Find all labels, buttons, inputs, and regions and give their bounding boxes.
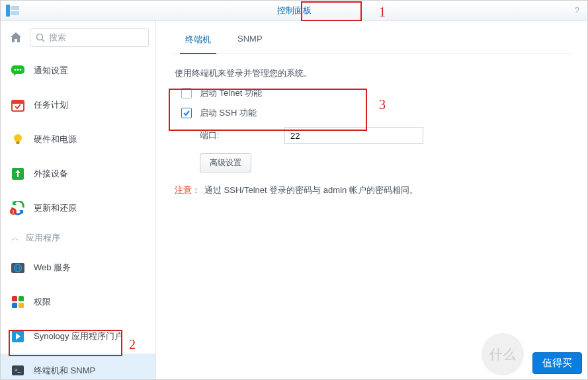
- sidebar-item-label: 更新和还原: [34, 202, 77, 214]
- svg-point-6: [15, 69, 17, 71]
- note: 注意：通过 SSH/Telnet 登录的密码与 admin 帐户的密码相同。: [175, 184, 569, 196]
- svg-point-11: [14, 134, 22, 142]
- svg-rect-22: [12, 303, 17, 308]
- ssh-checkbox[interactable]: [181, 108, 192, 118]
- sidebar-item-notifications[interactable]: 通知设置: [1, 54, 155, 88]
- telnet-checkbox[interactable]: [181, 88, 192, 98]
- sidebar-item-label: Web 服务: [34, 262, 71, 274]
- telnet-label: 启动 Telnet 功能: [200, 87, 262, 99]
- sidebar-item-label: 通知设置: [34, 65, 68, 77]
- portal-icon: [10, 328, 26, 344]
- sidebar-item-terminal[interactable]: >_ 终端机和 SNMP: [1, 354, 155, 380]
- calendar-icon: [10, 97, 26, 113]
- titlebar: 控制面板 ?: [1, 1, 587, 20]
- svg-rect-1: [11, 6, 19, 10]
- sidebar-item-privilege[interactable]: 权限: [1, 285, 155, 319]
- sidebar-item-label: 外接设备: [34, 168, 68, 180]
- note-text: 通过 SSH/Telnet 登录的密码与 admin 帐户的密码相同。: [204, 185, 418, 195]
- ssh-label: 启动 SSH 功能: [200, 107, 257, 119]
- svg-rect-23: [19, 303, 24, 308]
- sidebar-item-label: 硬件和电源: [34, 133, 77, 145]
- sidebar-item-label: 任务计划: [34, 99, 68, 111]
- ssh-row: 启动 SSH 功能: [181, 107, 569, 119]
- tabs: 终端机 SNMP: [172, 27, 571, 54]
- note-label: 注意：: [175, 185, 200, 195]
- sidebar-item-tasks[interactable]: 任务计划: [1, 88, 155, 122]
- tab-terminal[interactable]: 终端机: [172, 27, 224, 54]
- chat-icon: [10, 63, 26, 79]
- svg-rect-21: [19, 296, 24, 301]
- grid-icon: [10, 294, 26, 310]
- window-title: 控制面板: [257, 3, 331, 18]
- tab-snmp[interactable]: SNMP: [224, 27, 276, 54]
- advanced-button[interactable]: 高级设置: [200, 153, 251, 172]
- watermark-badge: 什么: [482, 333, 524, 375]
- svg-text:1: 1: [12, 209, 15, 215]
- body: 搜索 通知设置 任务计划 硬件和电源 外接设备 1 更新和还原 ︿ 应用程序: [1, 20, 587, 379]
- search-placeholder: 搜索: [49, 32, 66, 44]
- port-input[interactable]: [284, 127, 423, 144]
- svg-rect-10: [12, 100, 24, 104]
- svg-point-7: [17, 69, 19, 71]
- svg-rect-0: [6, 5, 10, 17]
- sidebar-item-web[interactable]: Web 服务: [1, 250, 155, 285]
- help-icon[interactable]: ?: [575, 5, 579, 15]
- svg-point-3: [37, 34, 43, 40]
- refresh-icon: 1: [10, 200, 26, 216]
- sidebar-item-update[interactable]: 1 更新和还原: [1, 191, 155, 225]
- home-icon[interactable]: [7, 30, 24, 46]
- sidebar-section-label: 应用程序: [26, 232, 60, 244]
- sidebar-item-label: 终端机和 SNMP: [34, 365, 95, 377]
- svg-point-8: [20, 69, 22, 71]
- chevron-up-icon: ︿: [11, 233, 19, 244]
- panel: 使用终端机来登录并管理您的系统。 启动 Telnet 功能 启动 SSH 功能 …: [172, 54, 571, 196]
- svg-line-4: [42, 40, 45, 42]
- svg-rect-12: [17, 141, 20, 144]
- upload-icon: [10, 166, 26, 182]
- search-input[interactable]: 搜索: [30, 28, 149, 47]
- content-area: 终端机 SNMP 使用终端机来登录并管理您的系统。 启动 Telnet 功能 启…: [156, 20, 587, 379]
- sidebar-item-label: Synology 应用程序门户: [34, 330, 123, 342]
- port-row: 端口:: [200, 127, 569, 144]
- telnet-row: 启动 Telnet 功能: [181, 87, 569, 99]
- sidebar-section-apps[interactable]: ︿ 应用程序: [1, 225, 155, 250]
- terminal-icon: >_: [10, 363, 26, 379]
- svg-rect-20: [12, 296, 17, 301]
- search-icon: [36, 33, 45, 42]
- sidebar: 搜索 通知设置 任务计划 硬件和电源 外接设备 1 更新和还原 ︿ 应用程序: [1, 20, 156, 379]
- sidebar-item-hardware[interactable]: 硬件和电源: [1, 122, 155, 157]
- watermark-button[interactable]: 值得买: [532, 352, 582, 374]
- intro-text: 使用终端机来登录并管理您的系统。: [175, 67, 569, 79]
- sidebar-item-external[interactable]: 外接设备: [1, 157, 155, 191]
- globe-icon: [10, 260, 26, 276]
- port-label: 端口:: [200, 130, 284, 141]
- app-icon: [5, 4, 21, 17]
- sidebar-item-portal[interactable]: Synology 应用程序门户: [1, 319, 155, 354]
- sidebar-item-label: 权限: [34, 296, 51, 308]
- svg-rect-2: [11, 11, 19, 15]
- bulb-icon: [10, 132, 26, 147]
- svg-text:>_: >_: [15, 367, 21, 373]
